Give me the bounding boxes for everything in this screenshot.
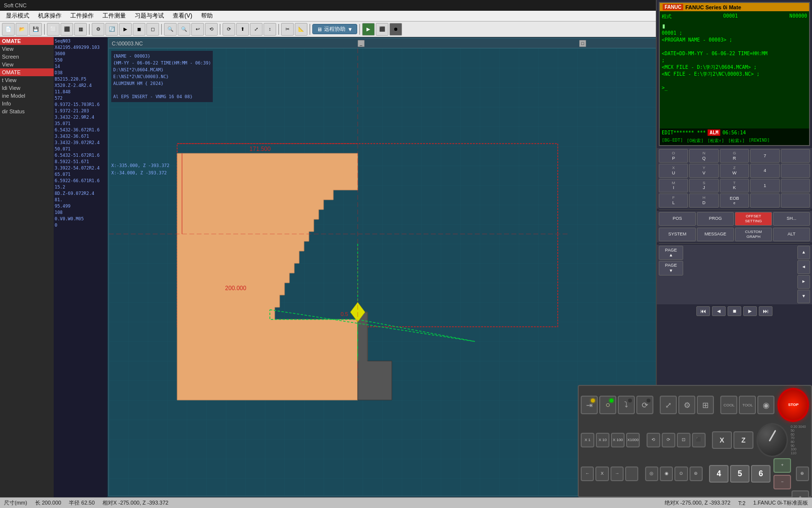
key-zw[interactable]: ZW [720, 164, 749, 177]
key-gr[interactable]: GR [720, 149, 749, 163]
sidebar-dir-status[interactable]: dir Status [0, 107, 54, 115]
win-maximize[interactable]: □ [579, 40, 586, 47]
btn-next[interactable]: ► [743, 306, 757, 316]
key-scroll-left[interactable]: ◄ [797, 260, 810, 274]
tb-btn1[interactable]: ⬜ [47, 23, 60, 36]
key-system[interactable]: SYSTEM [659, 228, 696, 241]
key-pos[interactable]: POS [659, 212, 696, 226]
menu-view[interactable]: 查看(V) [169, 11, 196, 21]
num-4[interactable]: 4 [709, 465, 729, 483]
misc-btn[interactable]: ◉ [757, 396, 774, 414]
tb-btn16[interactable]: ↕ [264, 23, 276, 36]
panel-btn-r2[interactable]: ◉ [660, 466, 673, 481]
key-tk[interactable]: TK [720, 179, 749, 192]
key-fl[interactable]: FL [659, 193, 688, 207]
menu-help[interactable]: 帮助 [197, 11, 217, 21]
win-minimize[interactable]: _ [358, 40, 365, 47]
mult-btn3[interactable]: X 100 [611, 433, 625, 447]
softkey-rewind[interactable]: [REWIND] [749, 138, 770, 144]
tb-open[interactable]: 📂 [16, 23, 28, 36]
sidebar-screen[interactable]: Screen [0, 53, 54, 61]
key-hd[interactable]: HD [689, 193, 718, 207]
cool-btn[interactable]: COOL [720, 396, 737, 414]
key-op[interactable]: OP [659, 149, 688, 163]
tb-btn14[interactable]: ⬆ [236, 23, 249, 36]
jog-btn4[interactable]: ⬛ [692, 433, 706, 447]
softkey-bgedit[interactable]: [BG-EDT] [662, 138, 683, 144]
mult-btn2[interactable]: X 10 [596, 433, 609, 447]
jog-empty[interactable] [625, 466, 638, 481]
num-6[interactable]: 6 [751, 465, 771, 483]
num-5[interactable]: 5 [730, 465, 750, 483]
key-prog[interactable]: PROG [697, 212, 734, 226]
sidebar-omate[interactable]: OMATE [0, 68, 54, 76]
menu-measure[interactable]: 工件测量 [99, 11, 130, 21]
jog-minus-x[interactable]: ← [581, 466, 594, 481]
tool-btn[interactable]: TOOL [739, 396, 756, 414]
key-alt[interactable]: ALT [773, 228, 810, 241]
tb-btn7[interactable]: ◼ [133, 23, 145, 36]
softkey-search-down[interactable]: [检索↓] [728, 138, 745, 144]
mode-btn5[interactable]: ⤢ [660, 396, 677, 414]
sidebar-ldi-view[interactable]: ldi View [0, 84, 54, 92]
jog-btn2[interactable]: ⟳ [662, 433, 675, 447]
key-yv[interactable]: YV [689, 164, 718, 177]
tb-btn2[interactable]: ⬛ [61, 23, 73, 36]
mode-btn3[interactable]: ⤵ [618, 396, 635, 414]
btn-stop[interactable]: ■ [728, 306, 741, 316]
tb-record[interactable]: ⏺ [389, 23, 402, 36]
minus-btn[interactable]: − [773, 475, 791, 489]
key-message[interactable]: MESSAGE [697, 228, 734, 241]
key-page-down[interactable]: PAGE▼ [659, 261, 683, 275]
jog-btn3[interactable]: ⊡ [677, 433, 690, 447]
mode-btn4[interactable]: ⟳ [636, 396, 653, 414]
feed-rate-dial[interactable] [756, 423, 788, 457]
jog-plus-x[interactable]: → [610, 466, 624, 481]
panel-btn-r4[interactable]: ⊚ [690, 466, 703, 481]
axis-z[interactable]: Z [733, 431, 753, 449]
tb-btn18[interactable]: 📐 [295, 23, 307, 36]
sidebar-info[interactable]: Info [0, 100, 54, 107]
tb-btn3[interactable]: ▦ [74, 23, 87, 36]
btn-prev[interactable]: ◄ [712, 306, 726, 316]
tb-stop[interactable]: ⬛ [376, 23, 388, 36]
menu-machine-op[interactable]: 机床操作 [34, 11, 65, 21]
tb-btn9[interactable]: 🔍 [164, 23, 177, 36]
key-xu[interactable]: XU [659, 164, 688, 177]
key-shift[interactable]: SH... [773, 212, 810, 226]
tb-btn17[interactable]: ✂ [281, 23, 294, 36]
panel-btn-r3[interactable]: ⊙ [674, 466, 688, 481]
key-1[interactable]: 1 [750, 179, 779, 192]
softkey-search-o[interactable]: [O检索] [687, 138, 703, 144]
mode-btn2[interactable]: ○ [599, 396, 616, 414]
key-page-up[interactable]: PAGE▲ [659, 246, 683, 260]
tb-btn8[interactable]: ◻ [146, 23, 159, 36]
tb-btn13[interactable]: ⟳ [223, 23, 235, 36]
mode-btn6[interactable]: ⚙ [678, 396, 695, 414]
key-7[interactable]: 7 [750, 149, 779, 163]
key-offset[interactable]: OFFSETSETTING [735, 212, 772, 226]
key-scroll-up[interactable]: ▲ [797, 246, 810, 259]
sidebar-view2[interactable]: View [0, 61, 54, 68]
tb-btn15[interactable]: ⤢ [250, 23, 263, 36]
sidebar-line-model[interactable]: ine Model [0, 92, 54, 100]
key-scroll-right[interactable]: ► [797, 275, 810, 289]
tb-play[interactable]: ▶ [362, 23, 375, 36]
tb-btn11[interactable]: ↩ [191, 23, 204, 36]
sidebar-view[interactable]: View [0, 45, 54, 53]
jog-btn1[interactable]: ⟲ [647, 433, 660, 447]
softkey-search-up[interactable]: [检索↑] [708, 138, 724, 144]
key-mi[interactable]: MI [659, 179, 688, 192]
key-eob[interactable]: EOBe [720, 193, 749, 207]
mode-btn1[interactable]: ⇥ [581, 396, 598, 414]
key-custom-graph[interactable]: CUSTOMGRAPH [735, 228, 772, 241]
tb-btn6[interactable]: ▶ [119, 23, 132, 36]
btn-next-next[interactable]: ⏭ [759, 306, 772, 316]
tb-save[interactable]: 💾 [29, 23, 42, 36]
panel-btn-r1[interactable]: ◎ [645, 466, 658, 481]
remote-assist-btn[interactable]: 🖥 远程协助 ▼ [312, 24, 357, 34]
key-4[interactable]: 4 [750, 164, 779, 177]
tb-btn10[interactable]: 🔍 [178, 23, 190, 36]
tb-new[interactable]: 📄 [2, 23, 15, 36]
jog-x[interactable]: X [595, 466, 609, 481]
